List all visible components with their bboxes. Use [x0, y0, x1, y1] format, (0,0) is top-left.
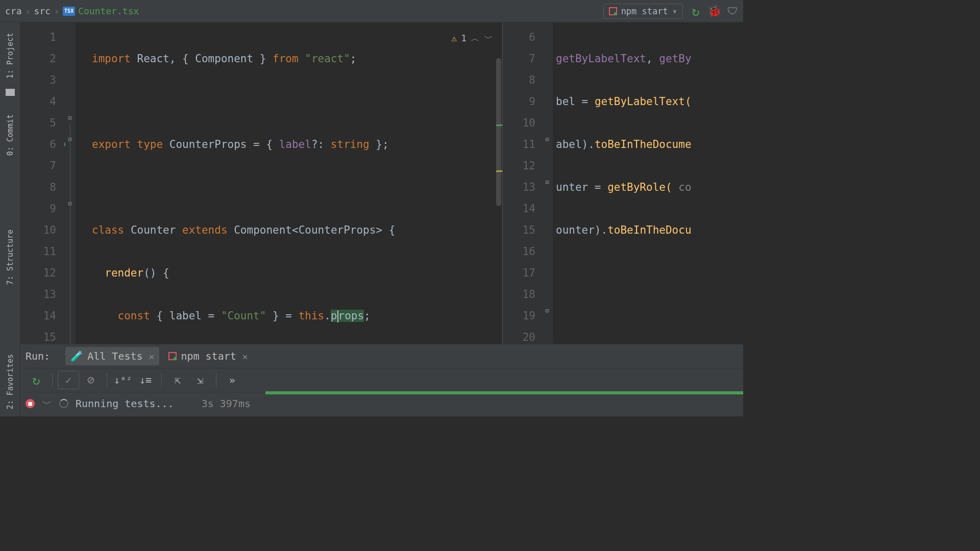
separator	[107, 373, 107, 387]
line-number[interactable]: 12	[20, 262, 56, 284]
line-number[interactable]: 10	[503, 112, 535, 134]
code-line[interactable]: export type CounterProps = { label?: str…	[92, 134, 502, 155]
line-number[interactable]: 2	[20, 48, 56, 69]
line-number[interactable]: 5	[20, 112, 56, 134]
show-ignored-toggle[interactable]: ⊘	[80, 371, 102, 389]
commit-tool-tab[interactable]: 0: Commit	[6, 109, 15, 161]
run-configuration-selector[interactable]: npm start ▾	[603, 4, 683, 19]
fold-toggle-icon[interactable]: ⊟	[544, 307, 551, 314]
line-number[interactable]: 4	[20, 91, 56, 112]
structure-tool-tab[interactable]: 7: Structure	[6, 224, 15, 290]
line-number[interactable]: 8	[20, 177, 56, 198]
chevron-right-icon: ›	[54, 5, 60, 17]
run-tab-label: npm start	[181, 350, 236, 362]
show-passed-toggle[interactable]: ✓	[58, 371, 79, 389]
code-line[interactable]: bel = getByLabelText(	[556, 91, 743, 112]
fold-toggle-icon[interactable]: ⊟	[66, 114, 74, 121]
prev-highlight-icon[interactable]: ︿	[471, 28, 480, 49]
scrollbar-thumb[interactable]	[496, 58, 501, 206]
code-editor[interactable]: getByLabelText, getBy bel = getByLabelTe…	[553, 22, 743, 344]
code-line[interactable]: render() {	[92, 262, 502, 284]
line-number-gutter[interactable]: 1 2 3 4 5 6↑ 7 8 9 10 11 12 13 14 15	[20, 22, 65, 344]
code-line[interactable]: const { label = "Count" } = this.props;	[92, 305, 502, 327]
line-number[interactable]: 11	[20, 241, 56, 262]
line-number[interactable]: 11	[503, 134, 535, 155]
breadcrumb-file[interactable]: TSX Counter.tsx	[63, 6, 139, 16]
fold-guide-line	[70, 124, 70, 344]
gutter-marker-warning[interactable]	[496, 170, 502, 172]
line-number[interactable]: 14	[503, 198, 535, 219]
breadcrumb: cra › src › TSX Counter.tsx	[5, 5, 139, 17]
favorites-tool-tab[interactable]: 2: Favorites	[6, 349, 15, 414]
spinner-icon	[59, 399, 68, 408]
fold-gutter: ⊟ ⊟ ⊟	[543, 22, 553, 344]
gutter-marker-ok[interactable]	[496, 124, 502, 126]
rerun-button[interactable]: ↻	[26, 371, 47, 389]
code-line[interactable]	[92, 91, 502, 112]
code-line[interactable]: class Counter extends Component<CounterP…	[92, 219, 502, 241]
code-line[interactable]: ounter).toBeInTheDocu	[556, 219, 743, 241]
breadcrumb-project[interactable]: cra	[5, 6, 22, 16]
line-number[interactable]: 16	[503, 241, 535, 262]
fold-toggle-icon[interactable]: ⊟	[544, 136, 551, 143]
chevron-right-icon: ›	[25, 5, 31, 17]
line-number[interactable]: 9	[503, 91, 535, 112]
code-line[interactable]	[556, 305, 743, 327]
line-number[interactable]: 13	[503, 177, 535, 198]
code-line[interactable]: getByLabelText, getBy	[556, 48, 743, 69]
fold-toggle-icon[interactable]: ⊟	[544, 179, 551, 186]
fold-gutter: ⊟ ⊟ ⊟	[65, 22, 76, 344]
breadcrumb-folder[interactable]: src	[34, 6, 51, 16]
run-tab-all-tests[interactable]: 🧪 All Tests ✕	[65, 347, 159, 365]
warning-count: 1	[461, 28, 467, 49]
expand-all-button[interactable]: ⇱	[167, 371, 188, 389]
line-number[interactable]: 7	[20, 155, 56, 177]
chevron-down-icon[interactable]: ﹀	[42, 397, 52, 411]
structure-tab-label: 7: Structure	[6, 230, 15, 285]
line-number[interactable]: 13	[20, 284, 56, 305]
code-line[interactable]	[92, 177, 502, 198]
sort-alphabetically-button[interactable]: ↓ᵃᶻ	[112, 371, 134, 389]
line-number[interactable]: 6↑	[20, 134, 56, 155]
close-icon[interactable]: ✕	[242, 351, 248, 362]
line-number[interactable]: 12	[503, 155, 535, 177]
code-editor[interactable]: import React, { Component } from "react"…	[76, 22, 502, 344]
code-line[interactable]: import React, { Component } from "react"…	[92, 48, 502, 69]
line-number[interactable]: 19	[503, 305, 535, 327]
run-tab-npm-start[interactable]: npm start ✕	[163, 347, 253, 365]
close-icon[interactable]: ✕	[149, 351, 155, 362]
line-number[interactable]: 18	[503, 284, 535, 305]
more-actions-button[interactable]: »	[222, 371, 243, 389]
code-line[interactable]: abel).toBeInTheDocume	[556, 134, 743, 155]
folder-icon[interactable]	[6, 89, 15, 96]
editor-scrollbar[interactable]	[495, 22, 502, 344]
line-number-gutter[interactable]: 6 7 8 9 10 11 12 13 14 15 16 17 18 19 20	[503, 22, 543, 344]
breadcrumb-file-name: Counter.tsx	[78, 6, 139, 16]
cursor-position: p	[331, 310, 337, 322]
next-highlight-icon[interactable]: ﹀	[484, 28, 493, 49]
project-tool-tab[interactable]: 1: Project	[6, 28, 15, 84]
line-number[interactable]: 14	[20, 305, 56, 327]
line-number[interactable]: 3	[20, 69, 56, 91]
run-status-bar: ■ ﹀ Running tests... 3s 397ms	[20, 392, 743, 415]
line-number[interactable]: 10	[20, 219, 56, 241]
run-tab-label: All Tests	[87, 350, 142, 362]
line-number[interactable]: 15	[503, 219, 535, 241]
coverage-button[interactable]: 🛡	[727, 6, 738, 17]
line-number[interactable]: 8	[503, 69, 535, 91]
stop-button[interactable]: ■	[26, 399, 35, 408]
inspection-widget[interactable]: ⚠1 ︿ ﹀	[451, 28, 493, 49]
line-number[interactable]: 17	[503, 262, 535, 284]
code-line[interactable]: unter = getByRole( co	[556, 177, 743, 198]
line-number[interactable]: 9	[20, 198, 56, 219]
run-tab-bar: Run: 🧪 All Tests ✕ npm start ✕	[20, 344, 743, 368]
line-number[interactable]: 6	[503, 27, 535, 48]
line-number[interactable]: 1	[20, 27, 56, 48]
rerun-button[interactable]: ↻	[690, 6, 701, 17]
code-line[interactable]	[556, 262, 743, 284]
chevron-down-icon: ▾	[672, 6, 677, 16]
debug-button[interactable]: 🐞	[708, 6, 720, 17]
sort-by-duration-button[interactable]: ↓≡	[135, 371, 156, 389]
line-number[interactable]: 7	[503, 48, 535, 69]
collapse-all-button[interactable]: ⇲	[189, 371, 211, 389]
